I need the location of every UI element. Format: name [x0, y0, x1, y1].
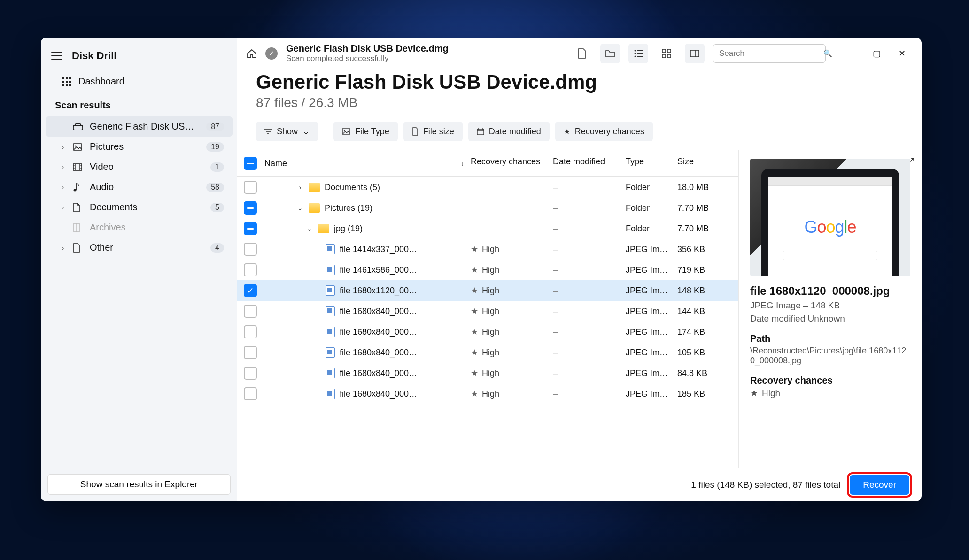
- table-row[interactable]: file 1461x586_000…★High–JPEG Im…719 KB: [237, 260, 738, 280]
- row-size: 719 KB: [677, 265, 729, 275]
- chevron-right-icon[interactable]: ›: [60, 163, 66, 171]
- row-checkbox[interactable]: [244, 181, 257, 194]
- row-checkbox[interactable]: [244, 263, 257, 276]
- maximize-icon[interactable]: ▢: [871, 48, 882, 59]
- show-in-explorer-button[interactable]: Show scan results in Explorer: [47, 474, 231, 495]
- file-rows[interactable]: ›Documents (5)–Folder18.0 MB⌄Pictures (1…: [237, 177, 738, 468]
- row-checkbox[interactable]: [244, 305, 257, 318]
- close-icon[interactable]: ✕: [896, 48, 907, 59]
- row-checkbox[interactable]: [244, 284, 257, 297]
- folder-icon: [309, 183, 320, 192]
- row-type: Folder: [626, 183, 677, 192]
- row-checkbox[interactable]: [244, 367, 257, 380]
- star-icon: ★: [471, 327, 478, 337]
- row-checkbox[interactable]: [244, 243, 257, 256]
- sidebar-item-archives[interactable]: Archives: [46, 217, 233, 238]
- sidebar-item-label: Other: [90, 242, 204, 253]
- row-date: –: [553, 286, 626, 296]
- list-view-icon[interactable]: [628, 44, 648, 63]
- filter-file-size[interactable]: File size: [403, 122, 463, 141]
- column-type[interactable]: Type: [626, 157, 677, 170]
- row-checkbox[interactable]: [244, 325, 257, 338]
- chevron-down-icon[interactable]: ⌄: [306, 225, 313, 232]
- file-size-icon: [412, 127, 419, 136]
- image-icon: [342, 128, 350, 135]
- chevron-right-icon[interactable]: ›: [296, 184, 304, 191]
- folder-view-icon[interactable]: [600, 44, 620, 63]
- table-row[interactable]: ⌄jpg (19)–Folder7.70 MB: [237, 218, 738, 239]
- search-input[interactable]: [719, 49, 819, 58]
- recover-button[interactable]: Recover: [850, 475, 909, 495]
- grid-view-icon[interactable]: [657, 44, 676, 63]
- row-type: Folder: [626, 224, 677, 234]
- column-size[interactable]: Size: [677, 157, 729, 170]
- folder-icon: [309, 203, 320, 213]
- chevron-right-icon[interactable]: ›: [60, 244, 66, 252]
- table-row[interactable]: file 1680x1120_00…★High–JPEG Im…148 KB: [237, 280, 738, 301]
- column-name[interactable]: Name↓: [264, 157, 471, 170]
- minimize-icon[interactable]: —: [845, 48, 857, 59]
- sidebar-item-documents[interactable]: › Documents 5: [46, 197, 233, 217]
- table-row[interactable]: file 1680x840_000…★High–JPEG Im…174 KB: [237, 322, 738, 342]
- row-name: file 1414x337_000…: [340, 245, 417, 254]
- svg-point-24: [635, 53, 636, 54]
- star-icon: ★: [471, 347, 478, 358]
- chevron-right-icon[interactable]: ›: [60, 204, 66, 211]
- menu-icon[interactable]: [51, 50, 62, 61]
- row-size: 174 KB: [677, 327, 729, 337]
- column-date[interactable]: Date modified: [553, 157, 626, 170]
- svg-point-26: [635, 55, 636, 57]
- preview-path: \Reconstructed\Pictures\jpg\file 1680x11…: [750, 346, 910, 366]
- grid-icon: [62, 77, 71, 86]
- chevron-down-icon[interactable]: ⌄: [296, 204, 304, 212]
- file-icon: [73, 243, 83, 253]
- sidebar-item-device[interactable]: Generic Flash Disk USB D… 87: [46, 116, 233, 137]
- row-recovery: High: [482, 286, 499, 296]
- row-checkbox[interactable]: [244, 387, 257, 400]
- table-row[interactable]: file 1414x337_000…★High–JPEG Im…356 KB: [237, 239, 738, 260]
- row-recovery: High: [482, 245, 499, 254]
- filter-file-type[interactable]: File Type: [333, 122, 398, 141]
- sidebar-item-other[interactable]: › Other 4: [46, 238, 233, 258]
- split-view-icon[interactable]: [685, 44, 705, 63]
- chevron-right-icon[interactable]: ›: [60, 184, 66, 191]
- select-all-checkbox[interactable]: [244, 157, 257, 170]
- app-name: Disk Drill: [72, 50, 116, 62]
- row-checkbox[interactable]: [244, 346, 257, 359]
- table-row[interactable]: ›Documents (5)–Folder18.0 MB: [237, 177, 738, 198]
- drive-icon: [73, 123, 83, 130]
- star-icon: ★: [564, 127, 570, 136]
- sidebar-dashboard[interactable]: Dashboard: [41, 70, 237, 93]
- row-size: 7.70 MB: [677, 224, 729, 234]
- sidebar-item-pictures[interactable]: › Pictures 19: [46, 137, 233, 157]
- row-date: –: [553, 265, 626, 275]
- row-size: 7.70 MB: [677, 203, 729, 213]
- row-checkbox[interactable]: [244, 201, 257, 215]
- row-date: –: [553, 348, 626, 358]
- table-row[interactable]: file 1680x840_000…★High–JPEG Im…84.8 KB: [237, 363, 738, 384]
- column-recovery[interactable]: Recovery chances: [471, 157, 553, 170]
- table-row[interactable]: file 1680x840_000…★High–JPEG Im…144 KB: [237, 301, 738, 322]
- new-file-icon[interactable]: [572, 44, 592, 63]
- chevron-right-icon[interactable]: ›: [60, 143, 66, 151]
- row-name: file 1680x840_000…: [340, 368, 417, 378]
- sidebar-item-audio[interactable]: › Audio 58: [46, 177, 233, 197]
- sidebar-item-count: 58: [206, 183, 224, 192]
- preview-path-label: Path: [750, 333, 910, 344]
- column-headers: Name↓ Recovery chances Date modified Typ…: [237, 150, 738, 177]
- table-row[interactable]: file 1680x840_000…★High–JPEG Im…185 KB: [237, 384, 738, 404]
- filter-recovery-chances[interactable]: ★ Recovery chances: [555, 122, 653, 141]
- row-checkbox[interactable]: [244, 222, 257, 235]
- filter-show[interactable]: Show ⌄: [256, 122, 318, 141]
- preview-recovery-value: ★High: [750, 388, 910, 399]
- svg-rect-3: [62, 81, 64, 83]
- star-icon: ★: [471, 389, 478, 399]
- home-icon[interactable]: [247, 49, 257, 58]
- table-row[interactable]: ⌄Pictures (19)–Folder7.70 MB: [237, 198, 738, 218]
- sidebar-item-video[interactable]: › Video 1: [46, 157, 233, 177]
- row-type: JPEG Im…: [626, 327, 677, 337]
- search-field[interactable]: 🔍: [713, 44, 826, 63]
- filter-date-modified[interactable]: Date modified: [468, 122, 550, 141]
- table-row[interactable]: file 1680x840_000…★High–JPEG Im…105 KB: [237, 342, 738, 363]
- svg-rect-7: [66, 84, 68, 86]
